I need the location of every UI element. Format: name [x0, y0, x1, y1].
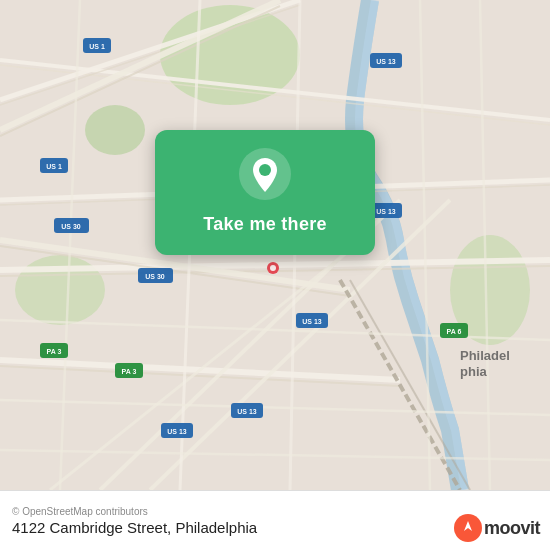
moovit-icon	[454, 514, 482, 542]
svg-text:US 30: US 30	[61, 223, 81, 230]
popup-card: Take me there	[155, 130, 375, 255]
svg-text:US 13: US 13	[376, 58, 396, 65]
svg-point-59	[270, 265, 276, 271]
svg-point-4	[85, 105, 145, 155]
svg-text:US 1: US 1	[89, 43, 105, 50]
svg-text:PA 3: PA 3	[47, 348, 62, 355]
take-me-there-button[interactable]: Take me there	[203, 210, 327, 239]
bottom-bar: © OpenStreetMap contributors 4122 Cambri…	[0, 490, 550, 550]
svg-text:phia: phia	[460, 364, 487, 379]
map-container: Philadel phia US 1 US 1 US 13 US 13 US 1…	[0, 0, 550, 490]
svg-point-61	[259, 164, 271, 176]
svg-text:PA 6: PA 6	[447, 328, 462, 335]
svg-text:US 13: US 13	[167, 428, 187, 435]
svg-text:US 13: US 13	[237, 408, 257, 415]
address-text: 4122 Cambridge Street, Philadelphia	[12, 519, 257, 536]
svg-text:US 30: US 30	[145, 273, 165, 280]
svg-text:PA 3: PA 3	[122, 368, 137, 375]
svg-text:US 1: US 1	[46, 163, 62, 170]
moovit-brand-text: moovit	[484, 518, 540, 539]
svg-text:US 13: US 13	[376, 208, 396, 215]
moovit-logo: moovit	[454, 514, 540, 542]
svg-text:US 13: US 13	[302, 318, 322, 325]
location-pin-icon	[239, 148, 291, 200]
svg-text:Philadel: Philadel	[460, 348, 510, 363]
